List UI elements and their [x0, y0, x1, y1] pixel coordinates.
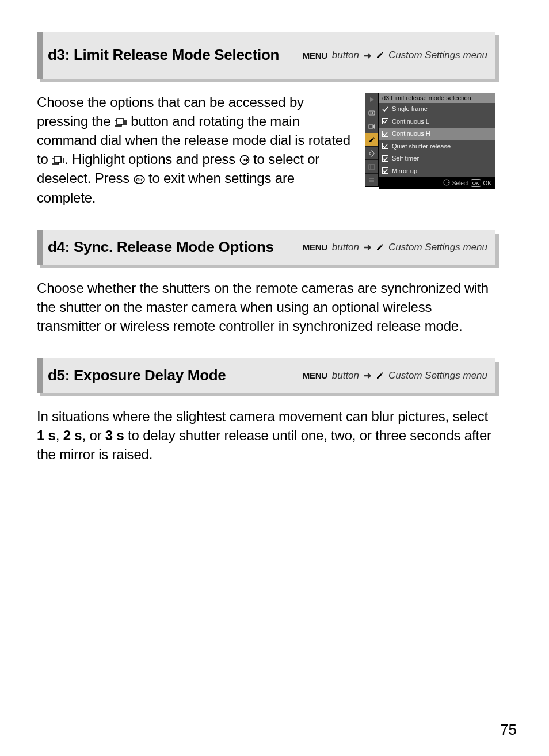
body-d4: Choose whether the shutters on the remot… — [37, 278, 495, 335]
svg-rect-18 — [369, 165, 375, 169]
menu-label: MENU — [303, 51, 327, 60]
body-d5: In situations where the slightest camera… — [37, 407, 495, 464]
section-heading-d4: d4: Sync. Release Mode Options MENU butt… — [37, 230, 517, 265]
arrow-icon: ➜ — [364, 50, 371, 61]
burst-icon — [52, 156, 64, 165]
camera-menu-item: Self-timer — [379, 152, 495, 165]
camera-menu-tabs — [365, 93, 379, 186]
breadcrumb-d5: MENU button ➜ Custom Settings menu — [303, 370, 487, 381]
svg-rect-24 — [383, 131, 388, 136]
camera-menu-item: Single frame — [379, 103, 495, 116]
tab-setup-icon — [365, 147, 378, 160]
breadcrumb-target: Custom Settings menu — [388, 370, 487, 381]
arrow-icon: ➜ — [364, 370, 371, 381]
breadcrumb-d4: MENU button ➜ Custom Settings menu — [303, 242, 487, 253]
page-number: 75 — [500, 721, 517, 739]
arrow-icon: ➜ — [364, 242, 371, 253]
tab-photo-shooting-icon — [365, 106, 378, 120]
svg-rect-5 — [54, 156, 61, 162]
section-title-d4: d4: Sync. Release Mode Options — [48, 239, 303, 256]
camera-menu-item: Mirror up — [379, 165, 495, 178]
button-word: button — [332, 242, 359, 253]
camera-menu-footer: Select OK OK — [379, 177, 495, 189]
svg-rect-27 — [383, 168, 388, 174]
checkbox-checked-icon — [382, 167, 388, 174]
checkbox-checked-icon — [382, 143, 388, 149]
camera-menu-item: Continuous L — [379, 116, 495, 128]
ok-badge-icon: OK — [471, 179, 481, 187]
multi-selector-right-icon — [239, 155, 250, 165]
tab-my-menu-icon — [365, 174, 378, 186]
checkbox-checked-icon — [382, 155, 388, 162]
camera-menu-screenshot: d3 Limit release mode selection Single f… — [365, 93, 495, 187]
breadcrumb-target: Custom Settings menu — [388, 242, 487, 253]
button-word: button — [332, 49, 359, 61]
ok-button-icon: OK — [134, 175, 145, 184]
svg-rect-23 — [383, 119, 388, 124]
checkbox-checked-icon — [382, 131, 388, 137]
svg-text:OK: OK — [136, 177, 143, 182]
svg-point-15 — [371, 112, 373, 114]
burst-icon — [115, 118, 127, 127]
section-heading-d3: d3: Limit Release Mode Selection MENU bu… — [37, 32, 517, 79]
menu-label: MENU — [303, 371, 327, 380]
breadcrumb-target: Custom Settings menu — [388, 49, 487, 61]
pencil-icon — [376, 51, 384, 59]
svg-rect-16 — [369, 125, 373, 128]
section-heading-d5: d5: Exposure Delay Mode MENU button ➜ Cu… — [37, 358, 517, 393]
menu-label: MENU — [303, 242, 327, 252]
pencil-icon — [376, 243, 384, 251]
section-title-d3: d3: Limit Release Mode Selection — [48, 47, 303, 64]
check-icon — [382, 106, 388, 112]
button-word: button — [332, 370, 359, 381]
tab-movie-shooting-icon — [365, 120, 378, 133]
section-title-d5: d5: Exposure Delay Mode — [48, 367, 303, 384]
pencil-icon — [376, 372, 384, 380]
camera-menu-screen-title: d3 Limit release mode selection — [379, 93, 495, 103]
svg-marker-13 — [370, 97, 374, 102]
camera-menu-list: Single frame Continuous L Continuous H Q… — [379, 103, 495, 177]
camera-menu-item: Quiet shutter release — [379, 140, 495, 153]
body-d3: Choose the options that can be accessed … — [37, 93, 354, 207]
svg-rect-26 — [383, 155, 388, 161]
tab-custom-settings-icon — [365, 133, 378, 147]
svg-rect-25 — [383, 143, 388, 149]
checkbox-checked-icon — [382, 118, 388, 124]
breadcrumb-d3: MENU button ➜ Custom Settings menu — [303, 49, 487, 61]
svg-point-9 — [243, 159, 245, 161]
tab-retouch-icon — [365, 160, 378, 173]
tab-playback-icon — [365, 93, 378, 106]
camera-menu-item: Continuous H — [379, 128, 495, 140]
multi-selector-icon — [443, 179, 450, 187]
svg-rect-1 — [117, 119, 124, 124]
